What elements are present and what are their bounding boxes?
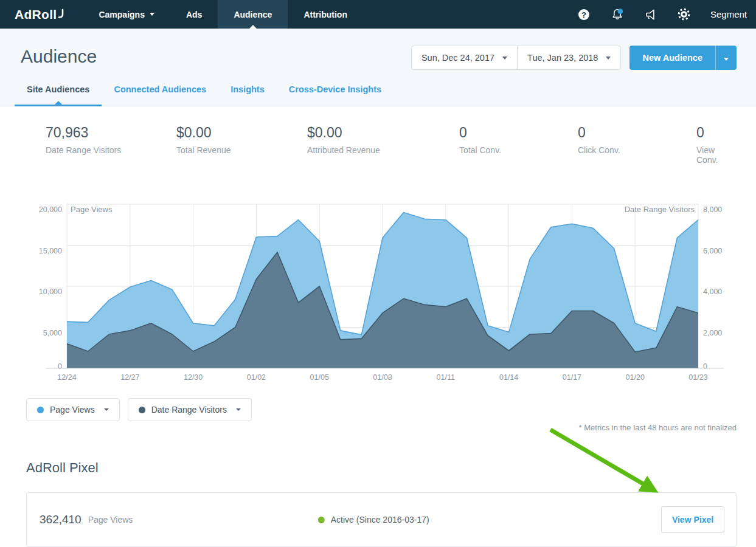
pixel-page-views-label: Page Views [88, 515, 133, 525]
status-dot-icon [318, 517, 325, 523]
logo-curl-icon [57, 8, 64, 19]
stat-total-revenue: $0.00Total Revenue [176, 125, 307, 165]
nav-item-campaigns[interactable]: Campaigns [83, 0, 170, 29]
end-date-value: Tue, Jan 23, 2018 [527, 53, 598, 63]
caret-down-icon [104, 408, 109, 411]
legend-label: Page Views [50, 405, 95, 415]
svg-text:0: 0 [703, 362, 707, 371]
legend-button-page-views[interactable]: Page Views [26, 398, 120, 421]
view-pixel-button[interactable]: View Pixel [661, 506, 724, 533]
notification-badge [617, 9, 623, 14]
adroll-logo-text: AdRoll [15, 7, 57, 22]
nav-item-ads[interactable]: Ads [170, 0, 218, 29]
svg-text:10,000: 10,000 [39, 287, 62, 296]
start-date-select[interactable]: Sun, Dec 24, 2017 [411, 46, 518, 70]
notifications-bell-icon[interactable] [610, 7, 625, 22]
metrics-note: * Metrics in the last 48 hours are not f… [0, 423, 737, 433]
stat-value: 70,963 [46, 125, 176, 140]
stat-value: $0.00 [176, 125, 307, 140]
legend-button-date-range-visitors[interactable]: Date Range Visitors [128, 398, 252, 421]
svg-text:?: ? [581, 10, 586, 19]
svg-text:01/20: 01/20 [626, 373, 645, 382]
svg-text:2,000: 2,000 [703, 329, 722, 337]
header-controls: Sun, Dec 24, 2017 Tue, Jan 23, 2018 New … [411, 46, 737, 70]
new-audience-button[interactable]: New Audience [629, 46, 715, 70]
svg-text:12/27: 12/27 [120, 373, 139, 382]
page-header: Audience Sun, Dec 24, 2017 Tue, Jan 23, … [0, 29, 756, 106]
svg-text:4,000: 4,000 [703, 287, 722, 296]
tab-site-audiences[interactable]: Site Audiences [15, 83, 102, 106]
svg-text:15,000: 15,000 [39, 247, 62, 255]
caret-down-icon [236, 408, 241, 411]
stat-label: Total Conv. [459, 145, 578, 155]
nav-item-attribution[interactable]: Attribution [288, 0, 363, 29]
caret-down-icon [606, 57, 611, 60]
primary-nav: CampaignsAdsAudienceAttribution [83, 0, 362, 29]
svg-text:01/17: 01/17 [563, 373, 581, 382]
caret-down-icon [502, 57, 507, 60]
help-icon[interactable]: ? [577, 7, 591, 22]
traffic-chart: 005,0002,00010,0004,00015,0006,00020,000… [18, 200, 756, 388]
tab-insights[interactable]: Insights [218, 83, 277, 106]
stat-label: Date Range Visitors [46, 145, 176, 155]
stat-label: Click Conv. [578, 145, 696, 155]
navbar-right: ? [577, 0, 756, 29]
tab-cross-device-insights[interactable]: Cross-Device Insights [277, 83, 394, 106]
stat-label: Attributed Revenue [307, 145, 459, 155]
stat-value: 0 [459, 125, 578, 140]
pixel-status: Active (Since 2016-03-17) [318, 515, 429, 525]
stat-value: $0.00 [307, 125, 459, 140]
new-audience-button-group: New Audience [629, 46, 737, 70]
account-menu[interactable]: Segment [710, 9, 747, 19]
svg-text:01/23: 01/23 [688, 373, 707, 382]
top-navbar: AdRoll CampaignsAdsAudienceAttribution ? [0, 0, 756, 29]
stat-date-range-visitors: 70,963Date Range Visitors [46, 125, 176, 165]
stat-attributed-revenue: $0.00Attributed Revenue [307, 125, 459, 165]
pixel-card: 362,410 Page Views Active (Since 2016-03… [26, 492, 737, 547]
nav-item-audience[interactable]: Audience [218, 0, 288, 29]
adroll-logo[interactable]: AdRoll [0, 0, 83, 29]
svg-text:Date Range Visitors: Date Range Visitors [625, 205, 695, 214]
caret-down-icon [150, 13, 154, 16]
page-title: Audience [21, 46, 97, 67]
svg-text:0: 0 [58, 362, 62, 371]
summary-stats: 70,963Date Range Visitors$0.00Total Reve… [0, 106, 756, 165]
svg-text:01/05: 01/05 [310, 373, 329, 382]
app-root: AdRoll CampaignsAdsAudienceAttribution ? [0, 0, 756, 547]
new-audience-dropdown-button[interactable] [715, 46, 737, 70]
stat-total-conv-: 0Total Conv. [459, 125, 578, 165]
announcements-megaphone-icon[interactable] [643, 7, 658, 22]
traffic-chart-svg: 005,0002,00010,0004,00015,0006,00020,000… [18, 200, 738, 388]
svg-text:01/02: 01/02 [247, 373, 266, 382]
end-date-select[interactable]: Tue, Jan 23, 2018 [517, 46, 621, 70]
stat-view-conv-: 0View Conv. [696, 125, 737, 165]
tab-connected-audiences[interactable]: Connected Audiences [102, 83, 218, 106]
section-tabs: Site AudiencesConnected AudiencesInsight… [15, 83, 737, 106]
svg-text:20,000: 20,000 [39, 205, 62, 214]
svg-text:12/24: 12/24 [57, 373, 76, 382]
svg-text:01/14: 01/14 [499, 373, 518, 382]
svg-text:8,000: 8,000 [703, 205, 722, 214]
pixel-status-text: Active (Since 2016-03-17) [331, 515, 429, 525]
pixel-section-title: AdRoll Pixel [26, 459, 756, 476]
start-date-value: Sun, Dec 24, 2017 [421, 53, 494, 63]
stat-value: 0 [696, 125, 737, 140]
svg-text:01/11: 01/11 [437, 373, 455, 382]
pixel-page-views-value: 362,410 [40, 513, 81, 526]
svg-text:Page Views: Page Views [71, 205, 113, 214]
stat-label: View Conv. [696, 145, 737, 165]
legend-label: Date Range Visitors [151, 405, 227, 415]
settings-gear-icon[interactable] [677, 7, 692, 22]
stat-click-conv-: 0Click Conv. [578, 125, 696, 165]
legend-dot-icon [139, 407, 145, 413]
stat-value: 0 [578, 125, 696, 140]
svg-text:6,000: 6,000 [703, 247, 722, 255]
svg-text:12/30: 12/30 [184, 373, 203, 382]
stat-label: Total Revenue [176, 145, 307, 155]
svg-text:5,000: 5,000 [43, 329, 62, 337]
svg-text:01/08: 01/08 [373, 373, 392, 382]
caret-down-icon [724, 58, 729, 61]
chart-legend: Page ViewsDate Range Visitors [26, 398, 756, 421]
legend-dot-icon [37, 407, 44, 413]
